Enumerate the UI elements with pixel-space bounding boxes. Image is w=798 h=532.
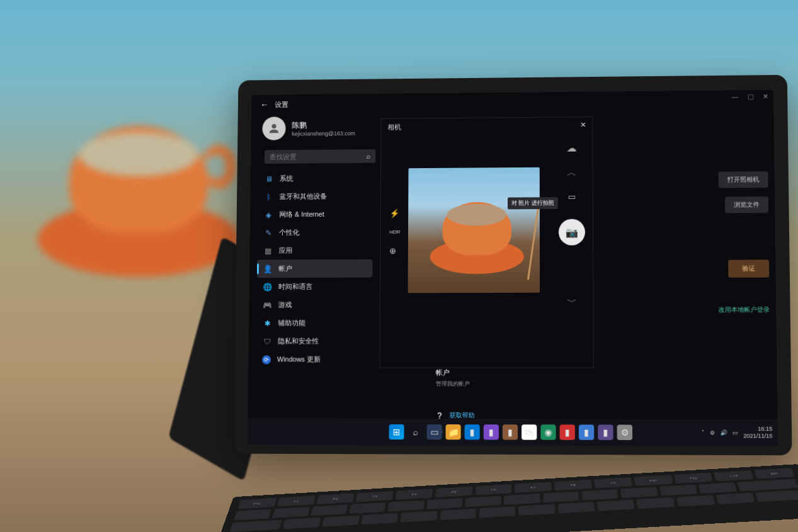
clock-date: 2021/11/15 [743, 433, 772, 439]
account-subheading: 管理我的帐户 [436, 380, 475, 388]
wifi-icon[interactable]: ⊚ [710, 429, 715, 436]
sidebar-icon-10: ⟳ [262, 355, 271, 364]
tablet-device: ← 设置 — ▢ ✕ 陈鹏 kejicxiansheng@163.com ⌕ 🖥… [234, 75, 792, 455]
tray-chevron-icon[interactable]: ˄ [702, 429, 705, 436]
close-icon[interactable]: ✕ [763, 93, 768, 101]
sidebar-item-7[interactable]: 🎮游戏 [256, 296, 372, 314]
sidebar-item-label: 网络 & Internet [279, 210, 324, 219]
background-coffee-cup [57, 126, 220, 264]
main-content: 打开照相机 浏览文件 验证 改用本地帐户登录 相机 ✕ ⚡ HDR ⊕ [392, 115, 772, 440]
sidebar-icon-7: 🎮 [263, 300, 272, 310]
sidebar-item-4[interactable]: ▦应用 [257, 241, 372, 259]
window-controls[interactable]: — ▢ ✕ [731, 93, 768, 101]
explorer-icon[interactable]: 📁 [446, 424, 461, 439]
sidebar: 🖥系统ᛒ蓝牙和其他设备◈网络 & Internet✎个性化▦应用👤帐户🌐时间和语… [248, 169, 380, 368]
sidebar-item-label: 时间和语言 [278, 282, 312, 291]
sidebar-icon-3: ✎ [263, 228, 273, 237]
app-icon-4[interactable]: ▮ [560, 424, 575, 439]
flash-icon[interactable]: ⚡ [389, 208, 400, 218]
sidebar-item-5[interactable]: 👤帐户 [257, 259, 373, 278]
app-title: 设置 [275, 100, 288, 110]
camera-tooltip: 对 照片 进行拍照 [508, 197, 558, 209]
sidebar-item-9[interactable]: 🛡隐私和安全性 [256, 332, 372, 350]
chevron-up-icon[interactable]: ︿ [567, 166, 577, 179]
minimize-icon[interactable]: — [731, 93, 738, 101]
clock-time: 16:15 [743, 426, 772, 433]
volume-icon[interactable]: 🔊 [720, 429, 727, 436]
user-email: kejicxiansheng@163.com [292, 130, 355, 137]
screen: ← 设置 — ▢ ✕ 陈鹏 kejicxiansheng@163.com ⌕ 🖥… [248, 90, 778, 446]
sidebar-icon-0: 🖥 [264, 174, 273, 184]
search-input[interactable] [270, 152, 367, 161]
app-icon-1[interactable]: ▮ [465, 424, 480, 439]
app-icon-2[interactable]: ▮ [484, 424, 499, 439]
search-taskbar-icon[interactable]: ⌕ [408, 424, 423, 439]
chevron-down-icon[interactable]: ﹀ [567, 296, 577, 309]
sidebar-item-3[interactable]: ✎个性化 [258, 223, 373, 242]
sidebar-item-1[interactable]: ᛒ蓝牙和其他设备 [258, 187, 373, 206]
help-icon: ❔ [436, 412, 443, 419]
sidebar-icon-5: 👤 [263, 264, 273, 273]
taskview-icon[interactable]: ▭ [426, 424, 442, 439]
sidebar-item-label: 辅助功能 [278, 319, 305, 328]
sidebar-item-0[interactable]: 🖥系统 [258, 169, 373, 188]
start-button[interactable]: ⊞ [389, 424, 404, 439]
system-tray[interactable]: ˄ ⊚ 🔊 ▭ 16:15 2021/11/15 [702, 419, 773, 446]
app-icon-5[interactable]: ▮ [579, 424, 594, 439]
sidebar-item-label: 隐私和安全性 [278, 336, 319, 346]
edge-icon[interactable]: ◉ [540, 424, 556, 439]
verify-button[interactable]: 验证 [728, 259, 769, 277]
zoom-icon[interactable]: ⊕ [389, 246, 400, 256]
taskbar: ⊞ ⌕ ▭ 📁 ▮ ▮ ▮ 🛍 ◉ ▮ ▮ ▮ ⚙ ˄ ⊚ 🔊 ▭ 16:15 … [248, 418, 778, 446]
camera-viewport [408, 167, 540, 293]
app-icon-3[interactable]: ▮ [503, 424, 518, 439]
sidebar-icon-9: 🛡 [262, 337, 271, 346]
local-account-link[interactable]: 改用本地帐户登录 [719, 305, 770, 314]
sidebar-item-label: 个性化 [279, 228, 300, 237]
keyboard: EscF1F2F3F4F5F6F7F8F9F10F11F12Del [214, 464, 798, 532]
battery-icon[interactable]: ▭ [732, 429, 738, 436]
store-icon[interactable]: 🛍 [522, 424, 537, 439]
svg-point-0 [271, 124, 276, 128]
back-icon[interactable]: ← [260, 99, 269, 110]
camera-close-icon[interactable]: ✕ [580, 121, 586, 130]
sidebar-item-label: 系统 [280, 174, 294, 183]
camera-icon: 📷 [566, 226, 578, 238]
app-icon-6[interactable]: ▮ [598, 425, 613, 440]
sidebar-item-label: 帐户 [278, 264, 292, 273]
camera-left-controls: ⚡ HDR ⊕ [389, 208, 401, 255]
sidebar-icon-8: ✱ [263, 319, 272, 328]
sidebar-item-8[interactable]: ✱辅助功能 [256, 314, 372, 332]
user-name: 陈鹏 [292, 120, 355, 130]
settings-icon[interactable]: ⚙ [617, 425, 632, 440]
open-camera-button[interactable]: 打开照相机 [719, 171, 768, 188]
camera-window: 相机 ✕ ⚡ HDR ⊕ ☁ ︿ ▭ 📷 ﹀ 对 照片 [379, 116, 594, 368]
camera-right-controls: ☁ ︿ ▭ 📷 ﹀ [559, 142, 586, 309]
video-mode-icon[interactable]: ▭ [568, 192, 576, 201]
cloud-icon[interactable]: ☁ [567, 142, 577, 154]
sidebar-item-label: Windows 更新 [277, 354, 321, 364]
hdr-icon[interactable]: HDR [389, 229, 400, 235]
account-actions: 打开照相机 浏览文件 验证 改用本地帐户登录 [717, 171, 770, 314]
sidebar-item-label: 游戏 [278, 300, 292, 310]
camera-title: 相机 [387, 123, 401, 132]
search-icon[interactable]: ⌕ [367, 152, 371, 160]
sidebar-icon-6: 🌐 [263, 282, 272, 291]
account-heading: 帐户 [436, 368, 475, 377]
sidebar-item-2[interactable]: ◈网络 & Internet [258, 205, 373, 224]
maximize-icon[interactable]: ▢ [748, 93, 754, 101]
shutter-button[interactable]: 📷 [559, 219, 585, 246]
avatar [262, 116, 286, 140]
sidebar-icon-2: ◈ [264, 210, 273, 220]
browse-files-button[interactable]: 浏览文件 [725, 196, 768, 213]
sidebar-icon-1: ᛒ [264, 192, 273, 201]
search-box[interactable]: ⌕ [265, 149, 376, 164]
sidebar-icon-4: ▦ [263, 246, 273, 256]
sidebar-item-label: 蓝牙和其他设备 [280, 191, 328, 201]
sidebar-item-10[interactable]: ⟳Windows 更新 [256, 350, 372, 368]
sidebar-item-6[interactable]: 🌐时间和语言 [257, 278, 373, 296]
sidebar-item-label: 应用 [279, 246, 293, 256]
